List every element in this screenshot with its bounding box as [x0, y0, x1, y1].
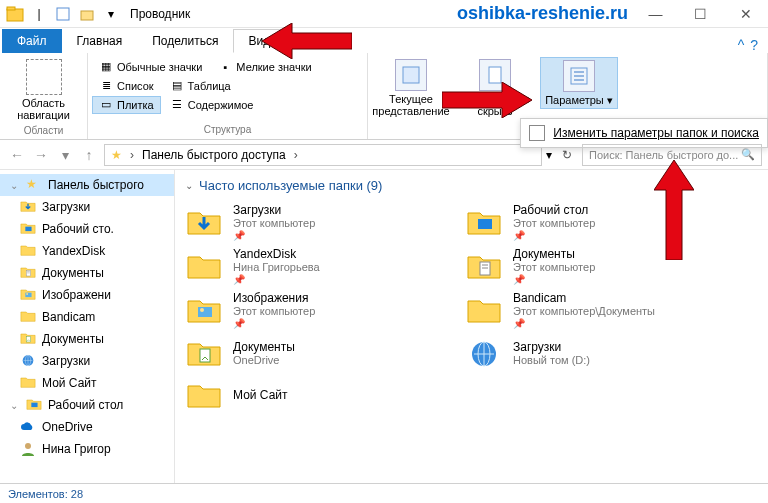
folder-tile[interactable]: ИзображенияЭтот компьютер📌 — [185, 291, 435, 329]
folder-tile[interactable]: BandicamЭтот компьютер\Документы📌 — [465, 291, 715, 329]
qat-divider-icon: | — [28, 3, 50, 25]
svg-rect-5 — [489, 67, 501, 83]
sidebar-item[interactable]: Нина Григор — [0, 438, 174, 460]
sidebar-item-label: Изображени — [42, 288, 111, 302]
ribbon-group-layout: ▦Обычные значки ▪Мелкие значки ≣Список ▤… — [88, 53, 368, 139]
folder-location: Этот компьютер — [513, 261, 595, 273]
maximize-button[interactable]: ☐ — [678, 0, 723, 28]
qat-dropdown-icon[interactable]: ▾ — [100, 3, 122, 25]
qat-properties-icon[interactable] — [52, 3, 74, 25]
sidebar-item[interactable]: Изображени — [0, 284, 174, 306]
folder-tile[interactable]: ДокументыOneDrive — [185, 335, 435, 371]
app-icon — [4, 3, 26, 25]
navigation-pane-button[interactable]: Область навигации — [2, 55, 85, 123]
content-group-header[interactable]: ⌄ Часто используемые папки (9) — [185, 178, 758, 193]
folder-location: Нина Григорьева — [233, 261, 320, 273]
help-icon[interactable]: ? — [750, 37, 758, 53]
close-button[interactable]: ✕ — [723, 0, 768, 28]
svg-rect-3 — [81, 11, 93, 20]
sidebar-item-label: Мой Сайт — [42, 376, 97, 390]
sidebar-item[interactable]: Рабочий сто. — [0, 218, 174, 240]
svg-point-20 — [25, 443, 31, 449]
search-icon[interactable]: 🔍 — [741, 148, 755, 161]
pin-icon: 📌 — [513, 230, 595, 241]
back-button[interactable]: ← — [6, 144, 28, 166]
status-bar: Элементов: 28 — [0, 483, 768, 503]
options-button[interactable]: Параметры ▾ — [540, 57, 618, 109]
sidebar-item-label: OneDrive — [42, 420, 93, 434]
sidebar-item-label: YandexDisk — [42, 244, 105, 258]
sidebar-item-label: Загрузки — [42, 354, 90, 368]
svg-rect-1 — [7, 7, 15, 10]
qat-new-folder-icon[interactable] — [76, 3, 98, 25]
address-dropdown-icon[interactable]: ▾ — [546, 148, 552, 162]
folder-location: Этот компьютер — [233, 305, 315, 317]
svg-rect-16 — [26, 336, 30, 342]
folder-location: Этот компьютер — [513, 217, 595, 229]
sidebar-item[interactable]: Bandicam — [0, 306, 174, 328]
folder-tile[interactable]: ЗагрузкиЭтот компьютер📌 — [185, 203, 435, 241]
folder-icon — [465, 204, 503, 240]
sidebar-item-label: Нина Григор — [42, 442, 111, 456]
address-field[interactable]: ★›Панель быстрого доступа› — [104, 144, 542, 166]
sidebar-item[interactable]: Документы — [0, 328, 174, 350]
minimize-button[interactable]: — — [633, 0, 678, 28]
layout-tiles[interactable]: ▭Плитка — [92, 96, 161, 114]
sidebar-item[interactable]: Загрузки — [0, 196, 174, 218]
sidebar-item[interactable]: YandexDisk — [0, 240, 174, 262]
sidebar-item-label: Панель быстрого — [48, 178, 144, 192]
ribbon-help: ^ ? — [738, 37, 768, 53]
recent-locations-icon[interactable]: ▾ — [54, 144, 76, 166]
folder-name: Рабочий стол — [513, 203, 595, 217]
folder-tile[interactable]: Рабочий столЭтот компьютер📌 — [465, 203, 715, 241]
svg-rect-19 — [31, 403, 37, 407]
navigation-sidebar: ⌄★Панель быстрогоЗагрузкиРабочий сто.Yan… — [0, 170, 175, 490]
layout-details[interactable]: ▤Таблица — [163, 77, 238, 95]
folder-tile[interactable]: YandexDiskНина Григорьева📌 — [185, 247, 435, 285]
sidebar-item[interactable]: ⌄★Панель быстрого — [0, 174, 174, 196]
tab-home[interactable]: Главная — [62, 29, 138, 53]
pin-icon: 📌 — [233, 230, 315, 241]
layout-list[interactable]: ≣Список — [92, 77, 161, 95]
sidebar-item[interactable]: ⌄Рабочий стол — [0, 394, 174, 416]
tab-view[interactable]: Вид — [233, 29, 285, 53]
svg-point-15 — [26, 293, 28, 295]
sidebar-item[interactable]: Загрузки — [0, 350, 174, 372]
sidebar-item-label: Рабочий сто. — [42, 222, 114, 236]
svg-rect-27 — [200, 349, 210, 362]
layout-content[interactable]: ☰Содержимое — [163, 96, 261, 114]
folder-icon — [465, 248, 503, 284]
folder-icon — [185, 204, 223, 240]
layout-medium-icons[interactable]: ▦Обычные значки — [92, 58, 209, 76]
sidebar-item[interactable]: Мой Сайт — [0, 372, 174, 394]
folder-tile[interactable]: ДокументыЭтот компьютер📌 — [465, 247, 715, 285]
up-button[interactable]: ↑ — [78, 144, 100, 166]
folder-tile[interactable]: Мой Сайт — [185, 377, 435, 413]
search-input[interactable]: Поиск: Панель быстрого до... 🔍 — [582, 144, 762, 166]
tab-share[interactable]: Поделиться — [137, 29, 233, 53]
sidebar-item[interactable]: OneDrive — [0, 416, 174, 438]
svg-rect-0 — [7, 9, 23, 21]
forward-button[interactable]: → — [30, 144, 52, 166]
layout-small-icons[interactable]: ▪Мелкие значки — [211, 58, 318, 76]
collapse-ribbon-icon[interactable]: ^ — [738, 37, 745, 53]
current-view-button[interactable]: Текущее представление — [372, 57, 450, 119]
pin-icon: 📌 — [233, 274, 320, 285]
main-area: ⌄★Панель быстрогоЗагрузкиРабочий сто.Yan… — [0, 170, 768, 490]
titlebar: | ▾ Проводник oshibka-reshenie.ru — ☐ ✕ — [0, 0, 768, 28]
tab-file[interactable]: Файл — [2, 29, 62, 53]
folder-tile[interactable]: ЗагрузкиНовый том (D:) — [465, 335, 715, 371]
folder-name: YandexDisk — [233, 247, 320, 261]
address-bar: ← → ▾ ↑ ★›Панель быстрого доступа› ▾ ↻ П… — [0, 140, 768, 170]
chevron-down-icon: ⌄ — [185, 180, 193, 191]
status-item-count: Элементов: 28 — [8, 488, 83, 500]
ribbon-group-layout-label: Структура — [90, 122, 365, 137]
folder-name: Мой Сайт — [233, 388, 288, 402]
show-hide-button[interactable]: Показать или скрыть — [456, 57, 534, 119]
svg-rect-4 — [403, 67, 419, 83]
svg-rect-21 — [478, 219, 492, 229]
svg-rect-25 — [198, 307, 212, 317]
sidebar-item[interactable]: Документы — [0, 262, 174, 284]
quick-access-star-icon: ★ — [111, 148, 122, 162]
watermark-text: oshibka-reshenie.ru — [457, 3, 628, 24]
